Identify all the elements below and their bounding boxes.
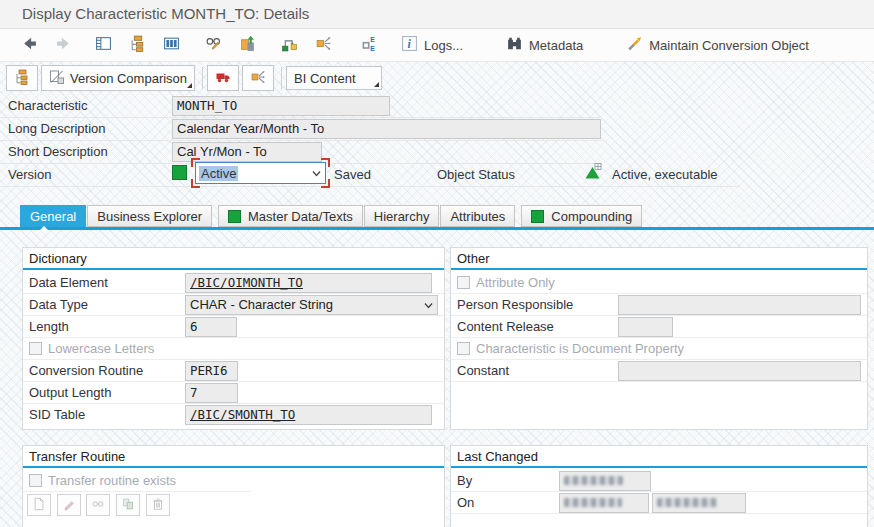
check-icon [239, 35, 256, 55]
short-description-label: Short Description [8, 144, 108, 159]
where-used-list-button[interactable] [242, 65, 274, 91]
overview-button[interactable] [86, 32, 120, 58]
transfer-routine-exists-checkbox[interactable] [29, 474, 42, 487]
detail-button[interactable] [154, 32, 188, 58]
lowercase-checkbox[interactable] [29, 342, 42, 355]
bi-content-button[interactable]: BI Content [286, 66, 382, 90]
data-type-dropdown[interactable]: CHAR - Character String [185, 295, 438, 315]
last-changed-on-row: On [451, 492, 867, 514]
tab-label: Attributes [450, 209, 505, 224]
where-used-icon [250, 69, 266, 88]
toolbar-separator [202, 67, 203, 89]
metadata-icon [506, 35, 523, 55]
object-status-icon [584, 162, 602, 180]
conversion-routine-label: Conversion Routine [29, 363, 143, 378]
data-type-label: Data Type [29, 297, 88, 312]
green-status-square [531, 210, 544, 223]
back-button[interactable] [12, 32, 46, 58]
version-status-square [172, 165, 187, 180]
tab-compounding[interactable]: Compounding [521, 205, 642, 227]
attribute-only-label: Attribute Only [476, 275, 555, 290]
transport-truck-button[interactable] [207, 65, 239, 91]
object-toolbar: Version Comparison BI Content [0, 63, 874, 93]
transfer-routine-exists-row: Transfer routine exists [23, 470, 251, 492]
dictionary-title: Dictionary [29, 251, 87, 266]
last-changed-on-label: On [457, 495, 474, 510]
object-directory-button[interactable]: EE [352, 32, 386, 58]
logs-button[interactable]: i [392, 32, 426, 58]
svg-text:E: E [370, 36, 375, 43]
maintain-conversion-object-button[interactable] [617, 32, 651, 58]
tab-attributes[interactable]: Attributes [440, 205, 515, 227]
other-group: Other Attribute Only Person Responsible … [450, 247, 868, 430]
copy-button[interactable] [116, 494, 140, 516]
constant-label: Constant [457, 363, 509, 378]
active-tab-notch [39, 226, 49, 231]
version-comparison-button[interactable]: Version Comparison [41, 65, 195, 91]
metadata-button-label[interactable]: Metadata [529, 38, 583, 53]
display-button[interactable] [86, 494, 110, 516]
attribute-only-row: Attribute Only [451, 272, 867, 294]
person-responsible-row: Person Responsible [451, 294, 867, 316]
hierarchy-button[interactable] [120, 32, 154, 58]
transport-icon [281, 35, 298, 55]
logs-button-label[interactable]: Logs... [424, 38, 463, 53]
tab-label: General [30, 209, 76, 224]
last-changed-by-field [559, 471, 651, 491]
sid-table-field[interactable]: /BIC/SMONTH_TO [185, 405, 432, 425]
document-property-row: Characteristic is Document Property [451, 338, 867, 360]
last-changed-date-field [559, 493, 649, 513]
constant-field [618, 361, 861, 381]
other-title: Other [457, 251, 490, 266]
attribute-only-checkbox[interactable] [457, 276, 470, 289]
data-type-value: CHAR - Character String [190, 296, 333, 314]
tree-display-button[interactable] [6, 65, 38, 91]
document-property-label: Characteristic is Document Property [476, 341, 684, 356]
tab-general[interactable]: General [20, 205, 86, 227]
toolbar-separator [281, 67, 282, 89]
tab-business-explorer[interactable]: Business Explorer [87, 205, 212, 227]
display-change-icon [205, 35, 222, 55]
tab-hierarchy[interactable]: Hierarchy [364, 205, 440, 227]
version-state-text: Saved [334, 167, 371, 182]
check-button[interactable] [230, 32, 264, 58]
change-button[interactable] [57, 494, 81, 516]
main-toolbar: EE i Logs... Metadata Maintain Conversio… [0, 29, 874, 62]
tree-icon [14, 69, 30, 88]
data-type-row: Data Type CHAR - Character String [23, 294, 444, 316]
maintain-icon [626, 35, 643, 55]
characteristic-field: MONTH_TO [172, 96, 390, 116]
document-property-checkbox[interactable] [457, 342, 470, 355]
display-change-button[interactable] [196, 32, 230, 58]
version-label: Version [8, 167, 51, 182]
data-element-field[interactable]: /BIC/OIMONTH_TO [185, 273, 432, 293]
conversion-routine-row: Conversion Routine PERI6 [23, 360, 444, 382]
bi-content-label: BI Content [294, 71, 355, 86]
title-bar: Display Characteristic MONTH_TO: Details [0, 0, 874, 29]
redacted-value [564, 476, 623, 485]
svg-text:E: E [370, 45, 375, 52]
object-status-value: Active, executable [612, 167, 718, 182]
output-length-row: Output Length 7 [23, 382, 444, 404]
transport-button[interactable] [272, 32, 306, 58]
tab-label: Hierarchy [374, 209, 430, 224]
where-used-button[interactable] [306, 32, 340, 58]
where-used-icon [315, 35, 332, 55]
tab-label: Master Data/Texts [248, 209, 353, 224]
delete-button[interactable] [146, 494, 170, 516]
characteristic-label: Characteristic [8, 98, 87, 113]
change-icon [62, 497, 76, 514]
dictionary-group: Dictionary Data Element /BIC/OIMONTH_TO … [22, 247, 445, 430]
create-button[interactable] [27, 494, 51, 516]
maintain-conversion-object-label[interactable]: Maintain Conversion Object [649, 38, 809, 53]
person-responsible-field [618, 295, 861, 315]
page-title: Display Characteristic MONTH_TO: Details [22, 5, 309, 22]
version-dropdown[interactable]: Active [195, 162, 326, 184]
forward-button[interactable] [46, 32, 80, 58]
person-responsible-label: Person Responsible [457, 297, 573, 312]
tab-master-data-texts[interactable]: Master Data/Texts [218, 205, 363, 227]
create-icon [32, 497, 46, 514]
last-changed-group: Last Changed By On [450, 445, 868, 527]
transfer-routine-exists-label: Transfer routine exists [48, 473, 176, 488]
metadata-button[interactable] [497, 32, 531, 58]
